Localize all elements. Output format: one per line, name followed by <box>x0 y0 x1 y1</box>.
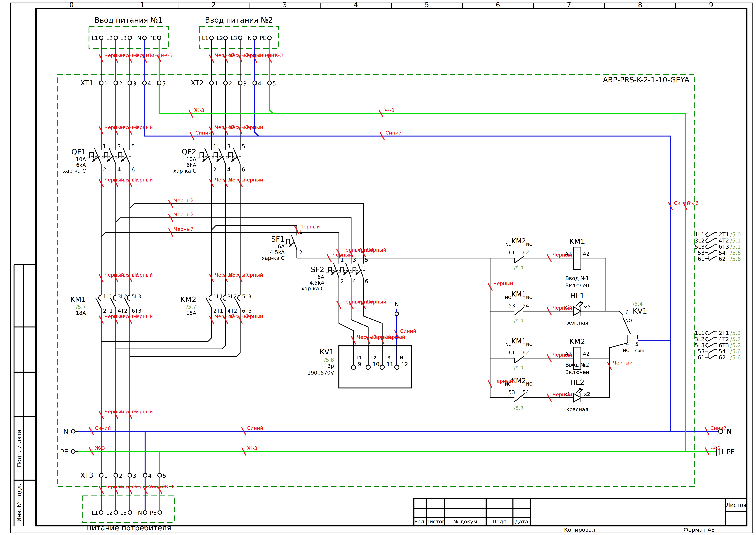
km2-nc-right: NC <box>526 242 532 247</box>
hl2-caption-2: Включен <box>565 369 589 375</box>
xt1-3: 3 <box>133 80 136 87</box>
wire-color-mark: Черный <box>169 226 194 237</box>
qf2-t2: 2 <box>213 166 217 173</box>
contactor-km1-power: 1L1 3L2 5L3 2T1 4T2 6T3 KM1 /5.7 18A <box>70 294 141 316</box>
sf1-ref: SF1 <box>271 235 285 243</box>
xref-cell: 62 <box>719 354 726 360</box>
xref-cell: 5L3 <box>694 243 705 250</box>
sf2-current: 6A <box>317 274 324 280</box>
xref-cell: 1L1 <box>694 330 705 336</box>
xt2-ref: XT2 <box>191 79 203 87</box>
tb-listov: Листов <box>426 519 445 525</box>
input1-PE: PE <box>149 35 156 41</box>
wire-color-mark: Черный <box>169 198 194 208</box>
sf2-t5: 5 <box>365 257 368 263</box>
wire-color-mark: Черный <box>488 281 513 291</box>
qf2-t4: 4 <box>227 166 230 173</box>
wire-color-label: Черный <box>553 352 572 358</box>
km2-6T3: 6T3 <box>242 308 252 314</box>
qf1-t2: 2 <box>103 166 106 173</box>
wire-color-label: Синий <box>400 328 416 334</box>
km2-4T2: 4T2 <box>228 308 237 314</box>
hl1-x2: x2 <box>584 304 590 311</box>
terminal-block-xt1: XT1 1 2 3 4 5 <box>80 79 166 87</box>
kv1-L2: L2 <box>371 355 376 360</box>
xt3-5: 5 <box>163 473 166 479</box>
blue-wires <box>78 40 718 511</box>
km1-no-53: 53 <box>508 302 515 309</box>
ruler-col-6: 6 <box>496 1 500 9</box>
km2-no-53: 53 <box>508 389 515 395</box>
wire-color-label: Черный <box>133 409 153 414</box>
input2-N: N <box>248 35 252 41</box>
kv1-contact-4: 4 <box>626 341 629 347</box>
km2-coil-ref: KM2 <box>569 337 585 346</box>
consumer-L1: L1 <box>92 510 98 516</box>
wire-color-marks: ЧерныйЧерныйЧерныйСинийЖ-ЗЧерныйЧерныйЧе… <box>89 52 727 494</box>
wire-color-label: Ж-З <box>247 445 257 451</box>
wire-color-label: Черный <box>244 177 263 183</box>
wire-color-label: Черный <box>553 252 572 258</box>
tb-no-dokum: № докум <box>453 519 477 525</box>
xref-cell: 2T1 <box>719 231 729 238</box>
xref-km2: 1L1 2T1 /5.2 3L2 4T2 /5.2 5L3 6T3 /5.2 5… <box>694 330 741 360</box>
xref-sheet: /5.1 <box>730 238 741 244</box>
km2-nc-61: 61 <box>508 249 515 256</box>
xref-sheet: /5.0 <box>730 231 741 238</box>
hl1-caption-1: Ввод №1 <box>565 275 589 281</box>
kv1-11: 11 <box>387 361 393 367</box>
km2-1L1: 1L1 <box>213 294 223 299</box>
wire-color-label: Синий <box>247 425 263 431</box>
wire-color-label: Синий <box>711 425 727 431</box>
xt3-4: 4 <box>148 473 151 479</box>
km1-5L3: 5L3 <box>132 294 141 299</box>
terminal-block-xt3: XT3 1 2 3 4 5 <box>80 471 166 479</box>
consumer-L2: L2 <box>106 510 113 516</box>
sf2-t6: 6 <box>365 278 368 284</box>
hl1-caption-2: Включен <box>565 282 589 289</box>
ruler-col-7: 7 <box>567 1 571 9</box>
xt3-2: 2 <box>119 473 122 479</box>
xref-cell: 2T1 <box>719 330 729 336</box>
km1-ref: KM1 <box>70 295 86 304</box>
input2-title: Ввод питания №2 <box>205 16 273 24</box>
sf1-curve: хар-ка C <box>262 255 285 261</box>
qf1-t3: 3 <box>117 143 121 150</box>
hl2-x2: x2 <box>584 391 590 397</box>
wire-color-label: Синий <box>148 52 164 58</box>
sf1-current: 6A <box>278 243 285 249</box>
km2-no-right: NO <box>526 381 533 387</box>
xref-cell: 61 <box>698 354 705 360</box>
sf1-t2: 2 <box>299 249 303 256</box>
xref-sheet: /5.6 <box>730 348 741 354</box>
wire-color-label: Черный <box>386 334 405 340</box>
hl2-led-icon <box>574 388 583 402</box>
xt1-1: 1 <box>104 80 108 87</box>
kv1-sheet-ref: /5.8 <box>324 357 334 363</box>
kv1-changeover-contact: /5.4 KV1 6 NO 4 NC 5 com <box>623 301 647 353</box>
consumer-PE: PE <box>150 510 157 516</box>
input1-L2: L2 <box>106 35 113 41</box>
relay-kv1-box: L1 L2 L3 N 9 10 11 12 KV1 /5.8 3p 190..5… <box>307 346 412 388</box>
xref-sheet: /5.1 <box>730 243 741 250</box>
xref-cell: 6T3 <box>719 243 729 250</box>
qf1-curve: хар-ка C <box>63 168 86 174</box>
stamp-podp-i-data: Подп. и дата <box>16 430 22 467</box>
km2-nc-sheet: /5.7 <box>514 266 524 271</box>
km1-no-ref: KM1 <box>512 290 526 298</box>
margin-stamps: Подп. и дата Инв. № подл. <box>14 265 36 526</box>
km2-3L2: 3L2 <box>228 294 237 299</box>
km1-no-54: 54 <box>523 302 529 309</box>
km2-2T1: 2T1 <box>213 308 223 314</box>
wire-color-mark: Синий <box>89 425 111 435</box>
wire-color-mark: Черный <box>169 212 194 222</box>
km1-6T3: 6T3 <box>132 308 141 314</box>
wire-color-label: Черный <box>174 212 194 217</box>
ruler-col-3: 3 <box>283 1 287 9</box>
n-pe-buses: N PE N PE <box>60 428 735 456</box>
black-wires <box>101 40 628 511</box>
wire-color-label: Черный <box>133 177 153 183</box>
control-row1b-km1no-hl1: KM1 NO NO 53 54 /5.7 Ввод №1 Включен HL1… <box>505 275 590 326</box>
hl1-led-icon <box>574 301 583 316</box>
km1-4T2: 4T2 <box>118 308 127 314</box>
